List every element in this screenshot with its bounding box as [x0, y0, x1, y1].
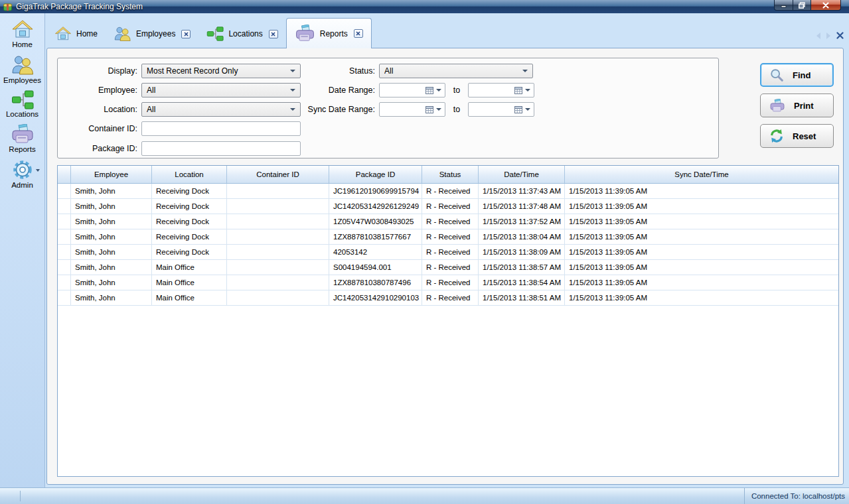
header-package-id[interactable]: Package ID — [329, 166, 422, 183]
admin-dropdown-caret-icon[interactable] — [36, 169, 40, 172]
admin-icon — [12, 159, 33, 180]
maximize-button[interactable] — [793, 0, 811, 11]
cell-sync-datetime: 1/15/2013 11:39:05 AM — [565, 245, 838, 259]
display-value: Most Recent Record Only — [147, 66, 290, 76]
window-title: GigaTrak Package Tracking System — [16, 2, 143, 11]
header-sync-datetime[interactable]: Sync Date/Time — [565, 166, 838, 183]
tab-label: Home — [76, 29, 98, 38]
cell-package-id: 1ZX887810381577667 — [329, 229, 422, 244]
cell-container-id — [227, 290, 329, 305]
tab-scroll-right-icon[interactable] — [826, 32, 830, 39]
header-employee[interactable]: Employee — [71, 166, 152, 183]
tab-locations[interactable]: Locations — [198, 20, 285, 48]
table-row[interactable]: Smith, JohnMain Office1ZX887810380787496… — [58, 275, 838, 290]
tabstrip-close-icon[interactable] — [836, 32, 844, 39]
sidebar-item-home[interactable]: Home — [0, 16, 44, 51]
employee-dropdown[interactable]: All — [141, 83, 301, 97]
table-row[interactable]: Smith, JohnReceiving Dock1ZX887810381577… — [58, 229, 838, 245]
container-id-label: Container ID: — [64, 124, 137, 133]
cell-status: R - Received — [422, 290, 479, 305]
date-from-picker[interactable] — [379, 83, 445, 97]
refresh-icon — [769, 129, 784, 143]
cell-employee: Smith, John — [71, 229, 152, 244]
cell-datetime: 1/15/2013 11:37:52 AM — [479, 214, 565, 229]
tab-employees[interactable]: Employees — [106, 20, 198, 48]
locations-tab-icon — [206, 27, 224, 41]
close-icon — [822, 2, 829, 9]
close-button[interactable] — [811, 0, 841, 11]
chevron-down-icon — [290, 108, 295, 111]
package-id-input[interactable] — [141, 141, 301, 156]
cell-datetime: 1/15/2013 11:38:09 AM — [479, 245, 565, 259]
tab-label: Locations — [228, 29, 262, 38]
to-label: to — [445, 105, 468, 114]
tab-home[interactable]: Home — [46, 20, 106, 48]
sidebar-item-admin[interactable]: Admin — [0, 156, 44, 192]
cell-datetime: 1/15/2013 11:38:57 AM — [479, 260, 565, 275]
header-status[interactable]: Status — [422, 166, 479, 183]
sync-date-from-picker[interactable] — [379, 102, 445, 117]
table-row[interactable]: Smith, JohnReceiving Dock1Z05V47W0308493… — [58, 214, 838, 229]
header-datetime[interactable]: Date/Time — [479, 166, 565, 183]
chevron-down-icon — [522, 70, 528, 72]
cell-indicator — [58, 290, 71, 305]
header-container-id[interactable]: Container ID — [227, 166, 329, 183]
calendar-icon — [425, 86, 433, 94]
sync-date-to-picker[interactable] — [468, 102, 534, 117]
employees-tab-icon — [114, 26, 131, 42]
employee-value: All — [147, 86, 290, 95]
sidebar-item-employees[interactable]: Employees — [0, 51, 44, 87]
cell-location: Receiving Dock — [152, 229, 227, 244]
tab-close-button[interactable] — [269, 30, 278, 38]
close-icon — [356, 31, 360, 36]
reset-button[interactable]: Reset — [760, 124, 834, 148]
table-row[interactable]: Smith, JohnReceiving Dock42053142R - Rec… — [58, 245, 838, 260]
sidebar-item-locations[interactable]: Locations — [0, 87, 44, 121]
employees-icon — [11, 54, 35, 76]
cell-indicator — [58, 260, 71, 275]
display-dropdown[interactable]: Most Recent Record Only — [141, 64, 301, 78]
tab-close-button[interactable] — [354, 29, 363, 38]
connection-status: Connected To: localhost/pts — [744, 488, 845, 504]
sidebar-item-label: Locations — [6, 110, 39, 118]
cell-status: R - Received — [422, 214, 479, 229]
cell-sync-datetime: 1/15/2013 11:39:05 AM — [565, 199, 838, 214]
sync-date-range-label: Sync Date Range: — [305, 105, 375, 114]
find-button[interactable]: Find — [760, 63, 834, 87]
location-dropdown[interactable]: All — [141, 102, 301, 117]
magnifier-icon — [769, 68, 784, 82]
chevron-down-icon — [525, 89, 530, 92]
employee-label: Employee: — [64, 86, 137, 95]
cell-status: R - Received — [422, 245, 479, 259]
table-row[interactable]: Smith, JohnMain OfficeS004194594.001R - … — [58, 260, 838, 275]
reset-button-label: Reset — [793, 131, 816, 141]
table-row[interactable]: Smith, JohnMain OfficeJC1420531429102901… — [58, 290, 838, 306]
date-to-picker[interactable] — [468, 83, 534, 97]
connection-status-text: Connected To: localhost/pts — [751, 492, 845, 500]
tab-scroll-left-icon[interactable] — [816, 32, 820, 39]
cell-container-id — [227, 245, 329, 259]
locations-icon — [11, 90, 34, 109]
cell-package-id: 42053142 — [329, 245, 422, 259]
sidebar: Home Employees Locations — [0, 13, 45, 487]
header-location[interactable]: Location — [152, 166, 227, 183]
cell-employee: Smith, John — [71, 245, 152, 259]
sidebar-item-reports[interactable]: Reports — [0, 121, 44, 156]
cell-sync-datetime: 1/15/2013 11:39:05 AM — [565, 214, 838, 229]
cell-indicator — [58, 184, 71, 198]
grid-rows: Smith, JohnReceiving DockJC1961201906999… — [58, 184, 838, 306]
printer-icon — [769, 99, 785, 113]
tab-close-button[interactable] — [181, 30, 191, 38]
tab-reports[interactable]: Reports — [286, 18, 372, 48]
cell-indicator — [58, 245, 71, 259]
minimize-button[interactable] — [774, 0, 793, 11]
cell-employee: Smith, John — [71, 275, 152, 290]
sidebar-item-label: Admin — [11, 181, 33, 189]
chevron-down-icon — [436, 89, 441, 92]
container-id-input[interactable] — [141, 121, 301, 136]
status-dropdown[interactable]: All — [379, 64, 533, 78]
table-row[interactable]: Smith, JohnReceiving DockJC1961201906999… — [58, 184, 838, 199]
table-row[interactable]: Smith, JohnReceiving DockJC1420531429261… — [58, 199, 838, 214]
print-button[interactable]: Print — [760, 94, 834, 117]
calendar-icon — [514, 105, 522, 113]
